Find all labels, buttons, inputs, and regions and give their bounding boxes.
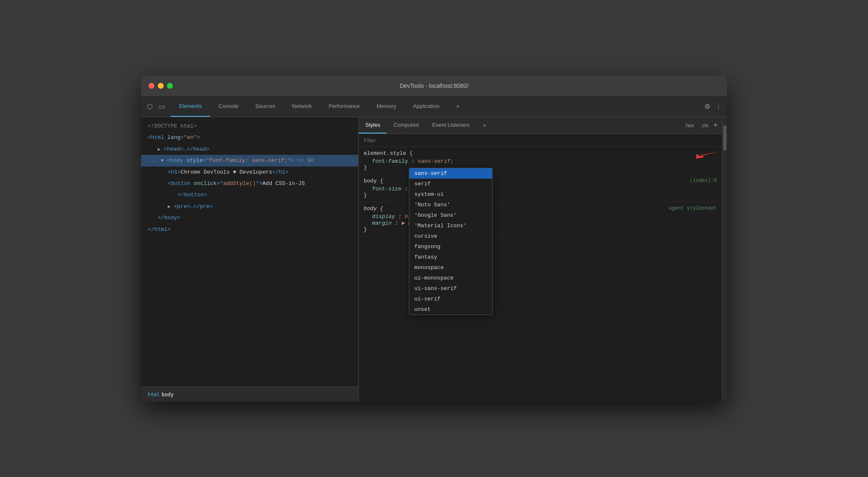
element-style-property: font-family : sans-serif; — [364, 158, 717, 164]
toolbar-icon-group: ⬡ ▭ — [141, 96, 171, 117]
autocomplete-item-ui-monospace[interactable]: ui-monospace — [409, 273, 492, 283]
dom-body-selected[interactable]: ... ▼ <body style="font-family: sans-ser… — [141, 155, 358, 166]
tab-network[interactable]: Network — [284, 96, 321, 117]
autocomplete-item-noto-sans[interactable]: 'Noto Sans' — [409, 200, 492, 210]
device-icon[interactable]: ▭ — [157, 101, 167, 112]
more-dots-icon[interactable]: ⋮ — [715, 103, 722, 110]
breadcrumb-html[interactable]: html — [148, 392, 160, 398]
element-style-rule: element.style { font-family : sans-serif… — [359, 147, 722, 174]
window-controls — [149, 83, 173, 89]
autocomplete-item-fantasy[interactable]: fantasy — [409, 252, 492, 262]
add-rule-button[interactable]: + — [713, 121, 718, 130]
tab-sources[interactable]: Sources — [247, 96, 284, 117]
autocomplete-item-ui-sans-serif[interactable]: ui-sans-serif — [409, 283, 492, 294]
hov-button[interactable]: :hov — [683, 122, 696, 129]
tab-memory[interactable]: Memory — [368, 96, 405, 117]
breadcrumb: html body — [141, 387, 358, 402]
autocomplete-item-cursive[interactable]: cursive — [409, 231, 492, 241]
window-title: DevTools - localhost:8080/ — [400, 82, 468, 89]
autocomplete-item-google-sans[interactable]: 'Google Sans' — [409, 210, 492, 221]
cls-button[interactable]: .cls — [699, 122, 710, 129]
dom-h1[interactable]: <h1>Chrome DevTools ♥ Developers</h1> — [141, 167, 358, 178]
autocomplete-item-sans-serif[interactable]: sans-serif — [409, 168, 492, 179]
autocomplete-item-fangsong[interactable]: fangsong — [409, 241, 492, 252]
breadcrumb-body[interactable]: body — [162, 392, 174, 398]
tab-performance[interactable]: Performance — [320, 96, 368, 117]
close-button[interactable] — [149, 83, 154, 89]
main-tab-list: Elements Console Sources Network Perform… — [171, 96, 468, 117]
tab-event-listeners[interactable]: Event Listeners — [425, 117, 476, 133]
main-content: <!DOCTYPE html> <html lang="en"> ▶ <head… — [141, 117, 727, 402]
autocomplete-item-material-icons[interactable]: 'Material Icons' — [409, 221, 492, 231]
element-style-selector[interactable]: element.style { — [364, 150, 717, 156]
dom-html-close[interactable]: </html> — [141, 224, 358, 235]
rule-source-index: (index):8 — [690, 178, 717, 184]
tab-console[interactable]: Console — [210, 96, 247, 117]
dom-head[interactable]: ▶ <head>…</head> — [141, 144, 358, 155]
autocomplete-item-unset[interactable]: unset — [409, 304, 492, 315]
tab-more[interactable]: » — [448, 96, 467, 117]
minimize-button[interactable] — [158, 83, 164, 89]
cursor-icon[interactable]: ⬡ — [145, 101, 154, 112]
styles-toolbar-actions: :hov .cls + — [679, 117, 722, 133]
dom-button[interactable]: <button onclick="addStyle()">Add CSS-in-… — [141, 178, 358, 189]
tab-styles-more[interactable]: » — [476, 117, 493, 133]
autocomplete-item-monospace[interactable]: monospace — [409, 262, 492, 273]
left-panel: <!DOCTYPE html> <html lang="en"> ▶ <head… — [141, 117, 359, 402]
filter-input[interactable] — [364, 137, 717, 144]
tab-computed[interactable]: Computed — [387, 117, 425, 133]
styles-toolbar: Styles Computed Event Listeners » :hov .… — [359, 117, 722, 134]
dom-body-close[interactable]: </body> — [141, 212, 358, 223]
title-bar: DevTools - localhost:8080/ — [141, 75, 727, 96]
scrollbar-thumb[interactable] — [723, 126, 727, 151]
tab-styles[interactable]: Styles — [359, 117, 387, 133]
dom-html[interactable]: <html lang="en"> — [141, 132, 358, 143]
right-panel: Styles Computed Event Listeners » :hov .… — [359, 117, 722, 402]
autocomplete-dropdown[interactable]: sans-serif serif system-ui 'Noto Sans' '… — [409, 168, 493, 315]
toolbar-right-icons: ⚙ ⋮ — [699, 96, 727, 117]
maximize-button[interactable] — [167, 83, 173, 89]
settings-icon[interactable]: ⚙ — [704, 103, 710, 110]
dom-button-close[interactable]: </button> — [141, 189, 358, 200]
dom-doctype: <!DOCTYPE html> — [141, 121, 358, 132]
filter-bar — [359, 134, 722, 147]
tab-elements[interactable]: Elements — [171, 96, 210, 117]
dom-tree[interactable]: <!DOCTYPE html> <html lang="en"> ▶ <head… — [141, 117, 358, 387]
dom-pre[interactable]: ▶ <pre>…</pre> — [141, 201, 358, 212]
autocomplete-item-system-ui[interactable]: system-ui — [409, 189, 492, 200]
autocomplete-item-ui-serif[interactable]: ui-serif — [409, 294, 492, 304]
rule-source-agent: agent stylesheet — [669, 205, 717, 211]
styles-content[interactable]: element.style { font-family : sans-serif… — [359, 134, 722, 402]
scrollbar-track[interactable] — [722, 117, 727, 402]
tab-application[interactable]: Application — [405, 96, 448, 117]
devtools-window: DevTools - localhost:8080/ ⬡ ▭ Elements … — [141, 75, 727, 402]
main-toolbar: ⬡ ▭ Elements Console Sources Network Per… — [141, 96, 727, 117]
autocomplete-item-serif[interactable]: serif — [409, 179, 492, 189]
